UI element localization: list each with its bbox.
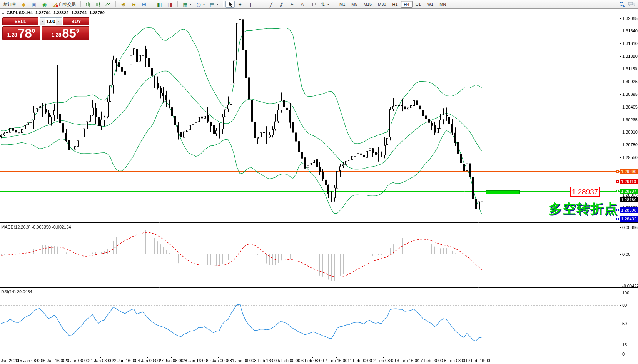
timeframe-button-mn[interactable]: MN xyxy=(436,1,449,8)
tile-windows-button[interactable]: ⊞ xyxy=(139,1,149,8)
text-tool-button[interactable]: A xyxy=(297,1,307,8)
price-axis-tick: 1.30465 xyxy=(622,105,638,109)
arrows-tool-button[interactable]: ⇅ ▾ xyxy=(318,1,331,8)
candle-chart-mode-button[interactable] xyxy=(93,1,103,8)
line-anchor-square xyxy=(616,190,619,192)
one-click-trading-panel: SELL ▾ ▴ BUY 1.28 78 0 1.28 85 9 xyxy=(2,17,89,40)
high-value: 1.28822 xyxy=(53,10,69,15)
line-chart-icon xyxy=(105,2,111,7)
sell-button[interactable]: SELL xyxy=(2,17,38,25)
macd-axis-tick: 0.003667 xyxy=(622,225,638,230)
channel-tool-button[interactable]: ∥ xyxy=(276,1,287,8)
chart-shift-icon: ◨ xyxy=(167,2,173,7)
time-axis-label: 7 Feb 16:00 xyxy=(325,358,347,363)
clock-icon: ◷ xyxy=(196,2,202,7)
zoom-in-button[interactable]: ⊕ xyxy=(118,1,129,8)
text-label-icon: T xyxy=(310,2,316,7)
price-level-chip: 1.28937 xyxy=(620,189,638,194)
price-axis-tick: 1.30925 xyxy=(622,79,638,84)
price-axis-tick: 1.31150 xyxy=(622,67,637,71)
toolbar-separator xyxy=(80,1,81,7)
indicators-button[interactable]: ▦ ▾ xyxy=(180,1,194,8)
price-level-chip: 1.28432 xyxy=(620,216,638,222)
vertical-line-icon: | xyxy=(247,2,253,7)
candlestick-icon xyxy=(95,2,101,7)
ask-price-button[interactable]: 1.28 85 9 xyxy=(42,26,89,40)
time-axis-label: 3 Feb 16:00 xyxy=(254,358,277,363)
bid-price-button[interactable]: 1.28 78 0 xyxy=(2,26,40,40)
cursor-tool-button[interactable] xyxy=(225,1,235,8)
time-axis-label: 31 Jan 08:00 xyxy=(230,358,254,363)
chat-icon[interactable] xyxy=(628,2,636,7)
highlight-bar-object[interactable] xyxy=(486,190,520,194)
timeframe-button-m1[interactable]: M1 xyxy=(336,1,348,8)
chart-shift-button[interactable]: ◨ xyxy=(165,1,175,8)
signal-icon: ◉ xyxy=(42,2,47,7)
time-axis-label: 15 Jan 08:00 xyxy=(17,358,42,363)
price-axis-tick: 1.30235 xyxy=(622,117,638,122)
trendline-tool-button[interactable]: ╱ xyxy=(266,1,276,8)
auto-trading-off-dot xyxy=(55,4,58,7)
time-axis-label: 11 Feb 00:00 xyxy=(347,358,372,363)
text-label-tool-button[interactable]: T xyxy=(307,1,318,8)
line-chart-mode-button[interactable] xyxy=(103,1,113,8)
price-axis-tick: 1.31610 xyxy=(622,41,638,46)
vertical-line-tool-button[interactable]: | xyxy=(245,1,256,8)
search-icon[interactable] xyxy=(619,2,625,7)
volume-increase-button[interactable]: ▴ xyxy=(56,18,62,25)
time-axis-label: 13 Feb 16:00 xyxy=(394,358,419,363)
timeframe-button-m15[interactable]: M15 xyxy=(361,1,375,8)
price-chart-canvas[interactable] xyxy=(0,0,638,364)
price-axis-tick: 1.31840 xyxy=(622,28,638,33)
zoom-out-icon: ⊖ xyxy=(131,2,137,7)
auto-trading-button[interactable]: ◪ 自动交易 xyxy=(50,1,78,8)
ask-big-digits: 85 xyxy=(62,28,76,39)
price-level-chip: 1.28780 xyxy=(620,197,638,202)
volume-decrease-button[interactable]: ▾ xyxy=(40,18,45,25)
buy-button[interactable]: BUY xyxy=(63,17,89,25)
timeframe-button-m5[interactable]: M5 xyxy=(348,1,360,8)
timeframe-button-h1[interactable]: H1 xyxy=(389,1,401,8)
volume-input[interactable] xyxy=(45,18,56,25)
line-anchor-square xyxy=(616,180,619,183)
timeframe-button-d1[interactable]: D1 xyxy=(413,1,424,8)
new-order-label: 新订单 xyxy=(3,2,16,7)
signal-button[interactable]: ◉ xyxy=(39,1,50,8)
zoom-in-icon: ⊕ xyxy=(120,2,126,7)
ask-pip-digit: 9 xyxy=(76,27,79,34)
fibonacci-icon: F xyxy=(289,2,295,7)
bar-chart-mode-button[interactable] xyxy=(83,1,93,8)
close-value: 1.28780 xyxy=(89,10,105,15)
horizontal-line-icon: ― xyxy=(258,2,264,7)
time-axis-label: 20 Jan 00:00 xyxy=(65,358,89,363)
templates-button[interactable]: ▤ ▾ xyxy=(207,1,220,8)
price-axis-tick: 1.30010 xyxy=(622,130,638,134)
time-axis-label: 27 Jan 08:00 xyxy=(159,358,184,363)
time-axis-label: 18 Feb 08:00 xyxy=(442,358,467,363)
timeframe-button-m30[interactable]: M30 xyxy=(375,1,389,8)
market-watch-button[interactable]: ◆ xyxy=(18,1,29,8)
new-order-button[interactable]: 新订单 xyxy=(1,1,18,8)
rsi-axis-tick: 80 xyxy=(622,303,627,307)
time-axis-label: 30 Jan 00:00 xyxy=(206,358,230,363)
auto-scroll-button[interactable]: ◧ xyxy=(154,1,165,8)
price-axis-tick: 1.32065 xyxy=(622,16,638,21)
crosshair-tool-button[interactable]: + xyxy=(235,1,245,8)
metaeditor-button[interactable]: ▣ xyxy=(29,1,39,8)
time-axis-label: 24 Jan 00:00 xyxy=(135,358,160,363)
periods-button[interactable]: ◷ ▾ xyxy=(194,1,207,8)
chart-context-icon: ▴ xyxy=(2,11,4,15)
time-axis-label: 5 Feb 00:00 xyxy=(278,358,301,363)
price-level-chip: 1.28598 xyxy=(620,207,638,213)
price-level-chip: 1.29110 xyxy=(620,179,638,184)
horizontal-line-tool-button[interactable]: ― xyxy=(256,1,266,8)
chevron-down-icon: ▾ xyxy=(190,3,191,6)
crosshair-icon: + xyxy=(237,2,243,7)
fibonacci-tool-button[interactable]: F xyxy=(287,1,297,8)
metaeditor-icon: ▣ xyxy=(31,2,37,7)
timeframe-button-w1[interactable]: W1 xyxy=(424,1,437,8)
turning-point-annotation[interactable]: 多空转折点 xyxy=(549,200,618,218)
zoom-out-button[interactable]: ⊖ xyxy=(129,1,139,8)
timeframe-button-h4[interactable]: H4 xyxy=(401,1,413,8)
price-callout-box[interactable]: 1.28937 xyxy=(570,187,600,197)
